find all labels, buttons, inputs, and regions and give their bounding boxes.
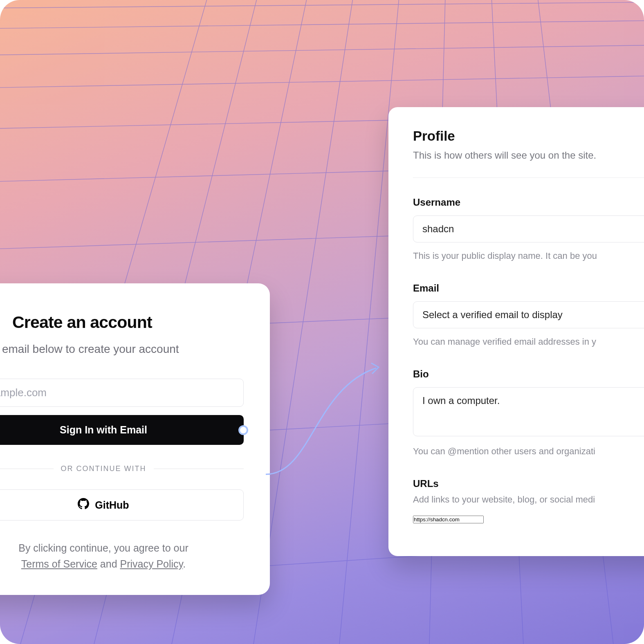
sign-in-email-label: Sign In with Email (60, 424, 147, 435)
username-group: Username This is your public display nam… (413, 197, 644, 261)
username-input[interactable] (413, 215, 644, 242)
legal-prefix: By clicking continue, you agree to our (18, 542, 188, 554)
showcase-stage: Create an account er your email below to… (0, 0, 644, 644)
signup-title: Create an account (12, 313, 244, 332)
legal-text: By clicking continue, you agree to our T… (0, 540, 244, 572)
github-oauth-button[interactable]: GitHub (0, 489, 244, 521)
signup-card: Create an account er your email below to… (0, 283, 270, 595)
bio-label: Bio (413, 368, 644, 380)
profile-heading: Profile (413, 128, 644, 144)
profile-card: Profile This is how others will see you … (388, 107, 644, 556)
divider-label: OR CONTINUE WITH (61, 464, 146, 473)
email-label: Email (413, 283, 644, 294)
profile-divider (413, 177, 644, 178)
legal-suffix: . (183, 558, 186, 570)
privacy-link[interactable]: Privacy Policy (120, 558, 183, 570)
username-label: Username (413, 197, 644, 208)
svg-line-8 (0, 2, 644, 8)
github-icon (78, 498, 89, 512)
terms-link[interactable]: Terms of Service (21, 558, 97, 570)
sign-in-email-button[interactable]: Sign In with Email (0, 415, 244, 445)
bio-textarea[interactable] (413, 387, 644, 436)
email-group: Email Select a verified email to display… (413, 283, 644, 347)
urls-label: URLs (413, 478, 644, 489)
legal-middle: and (97, 558, 120, 570)
signup-subtitle: er your email below to create your accou… (0, 343, 244, 356)
connector-dot-icon (238, 425, 248, 435)
bio-hint: You can @mention other users and organiz… (413, 446, 644, 457)
github-oauth-label: GitHub (95, 499, 129, 511)
urls-input[interactable] (413, 516, 484, 523)
divider-line-right (154, 469, 244, 469)
bio-group: Bio You can @mention other users and org… (413, 368, 644, 457)
username-hint: This is your public display name. It can… (413, 251, 644, 261)
urls-group: URLs Add links to your website, blog, or… (413, 478, 644, 523)
email-hint: You can manage verified email addresses … (413, 337, 644, 347)
profile-description: This is how others will see you on the s… (413, 150, 644, 161)
auth-divider: OR CONTINUE WITH (0, 464, 244, 473)
email-input[interactable] (0, 379, 244, 407)
svg-line-10 (0, 45, 644, 55)
connector-arrow (262, 356, 393, 487)
divider-line-left (0, 469, 54, 469)
svg-line-9 (0, 20, 644, 29)
email-select[interactable]: Select a verified email to display (413, 301, 644, 328)
urls-hint: Add links to your website, blog, or soci… (413, 494, 644, 505)
